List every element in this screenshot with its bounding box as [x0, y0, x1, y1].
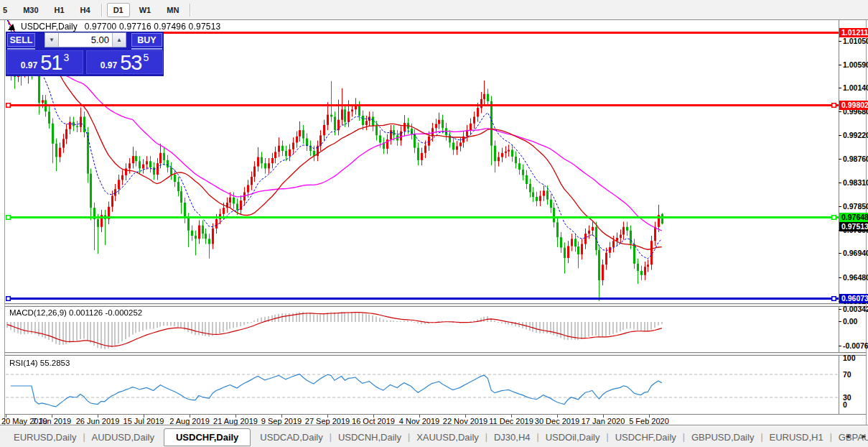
macd-axis-tick	[839, 346, 841, 346]
macd-axis-tick	[839, 309, 841, 310]
tabs-scroll-left-icon[interactable]: ◄	[844, 433, 851, 440]
sell-price-small: 0.97	[21, 60, 37, 70]
price-axis-tickmark	[839, 253, 841, 254]
buy-price-big: 53	[120, 52, 141, 73]
price-axis-label: 1.00140	[843, 83, 868, 92]
tabs-scroll-right-icon[interactable]: ►	[861, 433, 867, 440]
toolbar-separator	[190, 4, 191, 17]
price-axis-label: 1.00590	[843, 60, 868, 69]
chart-tab-gbpusd-daily[interactable]: GBPUSD,Daily	[685, 432, 760, 443]
date-label: 9 Sep 2019	[261, 417, 302, 425]
chart-info-line: USDCHF,Daily 0.97700 0.97716 0.97496 0.9…	[9, 22, 220, 32]
date-label: 22 Nov 2019	[443, 417, 487, 425]
timeframe-button-h4[interactable]: H4	[74, 3, 97, 17]
date-label: 16 Oct 2019	[352, 417, 395, 425]
date-label: 2 Aug 2019	[169, 417, 210, 425]
chart-tab-usdchf-daily[interactable]: USDCHF,Daily	[164, 428, 251, 446]
chart-tab-audusd-daily[interactable]: AUDUSD,Daily	[85, 432, 161, 443]
price-axis-tickmark	[839, 41, 841, 42]
price-axis-tickmark	[839, 277, 841, 278]
sell-price-sup: 3	[63, 52, 69, 63]
chart-tabbar: EURUSD,Daily|AUDUSD,DailyUSDCHF,DailyUSD…	[0, 425, 868, 447]
chart-tab-usdcad-daily[interactable]: USDCAD,Daily	[253, 432, 329, 443]
chart-tab-usdcnh-daily[interactable]: USDCNH,Daily	[332, 432, 408, 443]
price-axis-label: 0.96940	[843, 249, 868, 257]
volume-spinner: ▼ 5.00 ▲	[45, 32, 126, 47]
buy-price-box[interactable]: 0.97 53 5	[86, 50, 163, 74]
chart-tab-xauusd-daily[interactable]: XAUUSD,Daily	[410, 432, 485, 443]
price-badge-0.97513: 0.97513	[839, 222, 868, 231]
timeframe-button-d1[interactable]: D1	[107, 3, 130, 17]
chart-marker-icon	[8, 24, 17, 30]
price-axis-label: 1.01050	[843, 37, 868, 45]
rsi-axis-label: 70	[843, 370, 851, 379]
volume-value[interactable]: 5.00	[59, 33, 112, 47]
chart-symbol-label: USDCHF,Daily	[21, 22, 78, 32]
date-label: 30 Dec 2019	[535, 417, 579, 425]
price-axis-label: 0.96480	[843, 273, 868, 282]
mt4-terminal: 5M30H1H4D1W1MN USDCHF,Daily 0.97700 0.97…	[0, 0, 868, 447]
volume-increase-button[interactable]: ▲	[112, 33, 126, 47]
date-label: 5 Feb 2020	[629, 417, 669, 425]
macd-label: MACD(12,26,9) 0.001126 -0.000252	[9, 308, 142, 317]
sell-button[interactable]: SELL	[7, 33, 35, 47]
pane-splitter-macd[interactable]	[5, 303, 866, 307]
chart-tab-eurusd-h1[interactable]: EURUSD,H1	[763, 432, 830, 443]
sell-underline	[7, 48, 35, 50]
price-axis-tickmark	[839, 88, 841, 88]
macd-axis-min: -0.007615	[843, 341, 868, 350]
volume-decrease-button[interactable]: ▼	[45, 33, 59, 47]
price-badge-0.99802: 0.99802	[839, 101, 868, 110]
buy-button[interactable]: BUY	[131, 33, 162, 47]
timeframe-button-m30[interactable]: M30	[17, 3, 45, 17]
rsi-axis-label: 100	[843, 354, 856, 362]
price-axis-label: 0.98310	[843, 178, 868, 187]
price-badge-0.96073: 0.96073	[839, 294, 868, 303]
date-label: 7 Jun 2019	[32, 417, 71, 425]
price-axis-label: 0.97850	[843, 202, 868, 211]
chart-tab-dj30-h4[interactable]: DJ30,H4	[487, 432, 537, 443]
macd-axis-zero: 0.00	[843, 317, 857, 326]
chart-ohlc-values: 0.97700 0.97716 0.97496 0.97513	[85, 22, 221, 32]
date-label: 15 Jul 2019	[123, 417, 164, 425]
timeframe-bar: 5M30H1H4D1W1MN	[0, 2, 194, 17]
window-border-left	[4, 19, 5, 425]
sell-price-big: 51	[40, 52, 62, 73]
price-badge-1.01211: 1.01211	[839, 28, 868, 37]
time-axis-line	[5, 414, 866, 415]
chart-tab-eurusd-daily[interactable]: EURUSD,Daily	[7, 432, 83, 443]
price-badge-0.97648: 0.97648	[839, 213, 868, 222]
timeframe-button-w1[interactable]: W1	[133, 3, 158, 17]
timeframe-button-5[interactable]: 5	[0, 3, 14, 17]
macd-axis-tick	[839, 321, 841, 322]
date-label: 17 Jan 2020	[582, 417, 625, 425]
buy-underline	[131, 48, 162, 50]
chart-tab-usdoil-daily[interactable]: USDOil,Daily	[539, 432, 607, 443]
date-label: 21 Aug 2019	[213, 417, 258, 425]
timeframe-toolbar: 5M30H1H4D1W1MN	[0, 0, 868, 20]
price-axis-tickmark	[839, 159, 841, 160]
buy-price-sup: 5	[143, 52, 149, 63]
price-axis-tickmark	[839, 183, 841, 183]
date-label: 11 Dec 2019	[489, 417, 533, 425]
chart-tabs: EURUSD,Daily|AUDUSD,DailyUSDCHF,DailyUSD…	[7, 426, 868, 447]
price-axis-label: 0.99220	[843, 131, 868, 139]
sell-price-box[interactable]: 0.97 51 3	[6, 50, 83, 74]
one-click-trade-panel: SELL ▼ 5.00 ▲ BUY 0.97 51 3 0.97 53 5	[6, 32, 164, 76]
pane-splitter-rsi[interactable]	[5, 352, 866, 356]
rsi-label: RSI(14) 55.2853	[9, 359, 70, 367]
price-axis-tickmark	[839, 135, 841, 136]
buy-price-small: 0.97	[101, 60, 117, 70]
timeframe-button-mn[interactable]: MN	[160, 3, 185, 17]
timeframe-button-h1[interactable]: H1	[48, 3, 71, 17]
toolbar-separator	[101, 4, 103, 17]
price-axis-tickmark	[839, 111, 841, 112]
rsi-axis-label: 0	[843, 400, 847, 409]
chart-tab-usdchf-daily[interactable]: USDCHF,Daily	[609, 432, 683, 443]
price-axis-tickmark	[839, 206, 841, 207]
date-label: 27 Sep 2019	[305, 417, 350, 425]
date-label: 26 Jun 2019	[76, 417, 120, 425]
rsi-pane-canvas[interactable]	[6, 356, 839, 414]
price-axis-tickmark	[839, 65, 841, 65]
macd-axis-max: 0.003428	[843, 305, 868, 313]
